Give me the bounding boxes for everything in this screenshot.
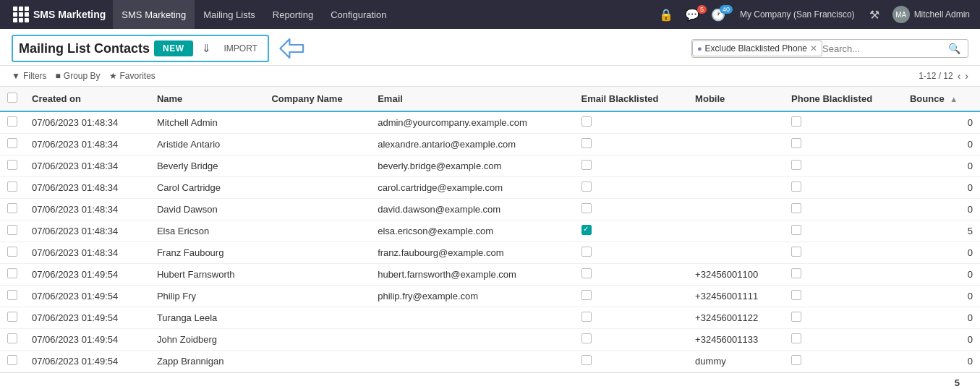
row-checkbox[interactable] <box>7 247 17 257</box>
cell-email-blacklisted[interactable] <box>574 242 689 264</box>
row-checkbox[interactable] <box>7 268 17 278</box>
cell-phone-blacklisted[interactable] <box>784 307 903 329</box>
phone-blacklisted-checkbox[interactable] <box>791 138 801 148</box>
email-blacklisted-checkbox[interactable] <box>581 247 592 257</box>
filters-button[interactable]: ▼ Filters <box>12 71 47 81</box>
row-checkbox[interactable] <box>7 181 17 192</box>
favorites-button[interactable]: ★ Favorites <box>109 71 155 81</box>
email-blacklisted-checkbox[interactable] <box>581 203 592 213</box>
email-blacklisted-checkbox[interactable] <box>581 290 592 300</box>
filter-tag-close[interactable]: ✕ <box>810 43 817 54</box>
filter-tag[interactable]: ● Exclude Blacklisted Phone ✕ <box>692 40 822 56</box>
cell-email-blacklisted[interactable] <box>574 111 689 134</box>
cell-phone-blacklisted[interactable] <box>784 221 903 242</box>
email-blacklisted-checkbox[interactable] <box>581 116 592 127</box>
import-button[interactable]: IMPORT <box>220 40 262 56</box>
phone-blacklisted-checkbox[interactable] <box>791 225 801 235</box>
cell-email-blacklisted[interactable] <box>574 329 689 351</box>
cell-phone-blacklisted[interactable] <box>784 351 903 372</box>
col-mobile[interactable]: Mobile <box>688 87 784 111</box>
table-row[interactable]: 07/06/2023 01:48:34Beverly Bridgebeverly… <box>0 155 980 177</box>
cell-phone-blacklisted[interactable] <box>784 199 903 221</box>
row-checkbox[interactable] <box>7 355 17 365</box>
table-row[interactable]: 07/06/2023 01:48:34Aristide Antarioalexa… <box>0 134 980 155</box>
table-row[interactable]: 07/06/2023 01:49:54Hubert Farnsworthhube… <box>0 264 980 286</box>
cell-email-blacklisted[interactable] <box>574 155 689 177</box>
phone-blacklisted-checkbox[interactable] <box>791 355 801 365</box>
table-row[interactable]: 07/06/2023 01:49:54Philip Fryphilip.fry@… <box>0 286 980 307</box>
select-all-checkbox[interactable] <box>7 93 17 103</box>
email-blacklisted-checkbox[interactable] <box>581 268 592 278</box>
nav-sms-marketing[interactable]: SMS Marketing <box>113 0 195 29</box>
col-company-name[interactable]: Company Name <box>264 87 370 111</box>
email-blacklisted-checkbox[interactable] <box>581 181 592 192</box>
cell-email-blacklisted[interactable] <box>574 221 689 242</box>
phone-blacklisted-checkbox[interactable] <box>791 247 801 257</box>
cell-email-blacklisted[interactable] <box>574 177 689 199</box>
phone-blacklisted-checkbox[interactable] <box>791 116 801 127</box>
col-bounce[interactable]: Bounce ▲ <box>903 87 980 111</box>
download-button[interactable]: ⇓ <box>197 39 216 58</box>
cell-email-blacklisted[interactable] <box>574 199 689 221</box>
user-menu[interactable]: MA Mitchell Admin <box>888 6 974 23</box>
table-row[interactable]: 07/06/2023 01:48:34David Dawsondavid.daw… <box>0 199 980 221</box>
cell-email-blacklisted[interactable] <box>574 351 689 372</box>
cell-phone-blacklisted[interactable] <box>784 286 903 307</box>
row-checkbox[interactable] <box>7 333 17 343</box>
phone-blacklisted-checkbox[interactable] <box>791 160 801 170</box>
chat-icon[interactable]: 💬 5 <box>682 8 702 22</box>
email-blacklisted-checkbox[interactable] <box>581 333 592 343</box>
table-row[interactable]: 07/06/2023 01:49:54Zapp Brannigandummy0 <box>0 351 980 372</box>
row-checkbox[interactable] <box>7 138 17 148</box>
table-row[interactable]: 07/06/2023 01:48:34Franz Faubourgfranz.f… <box>0 242 980 264</box>
search-button[interactable]: 🔍 <box>944 40 965 57</box>
row-checkbox[interactable] <box>7 225 17 235</box>
row-checkbox[interactable] <box>7 312 17 322</box>
phone-blacklisted-checkbox[interactable] <box>791 181 801 192</box>
phone-blacklisted-checkbox[interactable] <box>791 333 801 343</box>
cell-email-blacklisted[interactable] <box>574 264 689 286</box>
cell-phone-blacklisted[interactable] <box>784 242 903 264</box>
group-by-button[interactable]: ■ Group By <box>56 71 101 81</box>
email-blacklisted-checkbox[interactable] <box>581 160 592 170</box>
activity-icon[interactable]: 🔒 <box>656 8 676 22</box>
phone-blacklisted-checkbox[interactable] <box>791 203 801 213</box>
row-checkbox[interactable] <box>7 203 17 213</box>
table-row[interactable]: 07/06/2023 01:48:34Mitchell Adminadmin@y… <box>0 111 980 134</box>
cell-email-blacklisted[interactable] <box>574 134 689 155</box>
row-checkbox[interactable] <box>7 160 17 170</box>
tools-icon[interactable]: ⚒ <box>866 8 882 22</box>
email-blacklisted-checkbox[interactable] <box>581 225 592 235</box>
cell-phone-blacklisted[interactable] <box>784 264 903 286</box>
phone-blacklisted-checkbox[interactable] <box>791 290 801 300</box>
back-arrow[interactable] <box>278 36 307 61</box>
col-email-blacklisted[interactable]: Email Blacklisted <box>574 87 689 111</box>
phone-blacklisted-checkbox[interactable] <box>791 312 801 322</box>
email-blacklisted-checkbox[interactable] <box>581 138 592 148</box>
cell-email-blacklisted[interactable] <box>574 286 689 307</box>
col-phone-blacklisted[interactable]: Phone Blacklisted <box>784 87 903 111</box>
email-blacklisted-checkbox[interactable] <box>581 312 592 322</box>
cell-phone-blacklisted[interactable] <box>784 111 903 134</box>
next-page-button[interactable]: › <box>965 70 968 82</box>
col-created-on[interactable]: Created on <box>25 87 150 111</box>
nav-reporting[interactable]: Reporting <box>264 0 322 29</box>
row-checkbox[interactable] <box>7 116 17 127</box>
table-row[interactable]: 07/06/2023 01:49:54Turanga Leela+3245600… <box>0 307 980 329</box>
navbar-brand[interactable]: SMS Marketing <box>6 7 113 22</box>
nav-mailing-lists[interactable]: Mailing Lists <box>195 0 264 29</box>
table-row[interactable]: 07/06/2023 01:49:54John Zoidberg+3245600… <box>0 329 980 351</box>
col-name[interactable]: Name <box>150 87 264 111</box>
nav-configuration[interactable]: Configuration <box>322 0 395 29</box>
table-row[interactable]: 07/06/2023 01:48:34Carol Cartridgecarol.… <box>0 177 980 199</box>
new-button[interactable]: NEW <box>154 40 193 56</box>
email-blacklisted-checkbox[interactable] <box>581 355 592 365</box>
phone-blacklisted-checkbox[interactable] <box>791 268 801 278</box>
row-checkbox[interactable] <box>7 290 17 300</box>
clock-icon[interactable]: 🕐 40 <box>708 8 728 22</box>
table-row[interactable]: 07/06/2023 01:48:34Elsa Ericsonelsa.eric… <box>0 221 980 242</box>
cell-phone-blacklisted[interactable] <box>784 155 903 177</box>
cell-email-blacklisted[interactable] <box>574 307 689 329</box>
col-email[interactable]: Email <box>370 87 574 111</box>
prev-page-button[interactable]: ‹ <box>958 70 961 82</box>
